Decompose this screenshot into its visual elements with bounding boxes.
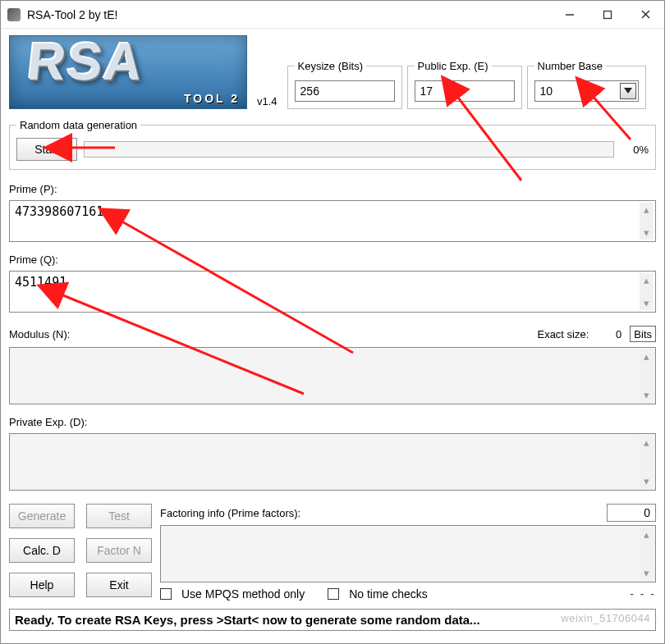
private-d-input[interactable] xyxy=(10,434,639,485)
app-logo: RSA TOOL 2 xyxy=(9,35,247,109)
status-text: Ready. To create RSA Keys, press >Start<… xyxy=(15,613,480,627)
keysize-group: Keysize (Bits) xyxy=(287,60,402,109)
use-mpqs-checkbox[interactable] xyxy=(160,588,172,600)
chevron-down-icon[interactable] xyxy=(620,83,636,99)
chevron-down-icon[interactable]: ▾ xyxy=(640,296,654,310)
factor-box: ▴ ▾ xyxy=(160,525,656,582)
pubexp-legend: Public Exp. (E) xyxy=(415,60,492,72)
svg-rect-1 xyxy=(604,11,612,18)
progress-percent: 0% xyxy=(621,144,649,156)
progress-bar xyxy=(84,141,614,158)
titlebar: RSA-Tool 2 by tE! xyxy=(1,1,664,29)
factor-header: Factoring info (Prime factors): xyxy=(160,504,656,522)
chevron-up-icon[interactable]: ▴ xyxy=(640,436,654,450)
modulus-box: ▴ ▾ xyxy=(9,347,656,404)
window-title: RSA-Tool 2 by tE! xyxy=(27,8,551,21)
numberbase-legend: Number Base xyxy=(534,60,606,72)
logo-subtext: TOOL 2 xyxy=(184,92,240,105)
modulus-label: Modulus (N): xyxy=(9,328,70,340)
modulus-input[interactable] xyxy=(10,348,639,399)
modulus-row: Modulus (N): Exact size: 0 Bits xyxy=(9,326,656,342)
numberbase-combo[interactable]: 10 xyxy=(534,80,639,102)
chevron-down-icon[interactable]: ▾ xyxy=(640,388,654,402)
scrollbar[interactable]: ▴ ▾ xyxy=(640,436,654,488)
numberbase-group: Number Base 10 xyxy=(527,60,646,109)
factor-column: Factoring info (Prime factors): ▴ ▾ Use … xyxy=(160,504,656,601)
bottom-panel: Generate Test Calc. D Factor N Help Exit… xyxy=(9,504,656,601)
version-label: v1.4 xyxy=(257,95,277,107)
prime-q-input[interactable] xyxy=(10,272,639,309)
factor-n-button[interactable]: Factor N xyxy=(86,538,152,563)
private-d-label: Private Exp. (D): xyxy=(9,416,656,428)
status-bar: Ready. To create RSA Keys, press >Start<… xyxy=(9,609,656,631)
watermark: weixin_51706044 xyxy=(561,612,650,624)
chevron-down-icon[interactable]: ▾ xyxy=(640,566,654,580)
factor-label: Factoring info (Prime factors): xyxy=(160,507,607,519)
pubexp-input[interactable] xyxy=(415,80,515,102)
use-mpqs-label: Use MPQS method only xyxy=(181,587,305,601)
random-group: Random data generation Start 0% xyxy=(9,119,656,170)
scrollbar[interactable]: ▴ ▾ xyxy=(640,203,654,240)
chevron-down-icon[interactable]: ▾ xyxy=(640,474,654,488)
numberbase-value: 10 xyxy=(540,84,553,98)
calc-d-button[interactable]: Calc. D xyxy=(9,538,75,563)
svg-marker-4 xyxy=(624,88,632,94)
dashes: - - - xyxy=(630,587,656,601)
private-d-box: ▴ ▾ xyxy=(9,433,656,491)
client-area: RSA TOOL 2 v1.4 Keysize (Bits) Public Ex… xyxy=(1,29,664,643)
prime-q-box: ▴ ▾ xyxy=(9,271,656,313)
top-row: RSA TOOL 2 v1.4 Keysize (Bits) Public Ex… xyxy=(9,35,656,109)
prime-q-label: Prime (Q): xyxy=(9,253,656,266)
button-column: Generate Test Calc. D Factor N Help Exit xyxy=(9,504,152,601)
pubexp-group: Public Exp. (E) xyxy=(407,60,522,109)
no-time-label: No time checks xyxy=(349,587,428,601)
prime-p-input[interactable] xyxy=(10,201,639,239)
chevron-down-icon[interactable]: ▾ xyxy=(640,226,654,240)
keysize-legend: Keysize (Bits) xyxy=(295,60,366,72)
app-icon xyxy=(7,8,21,21)
help-button[interactable]: Help xyxy=(9,573,75,597)
exact-size-value: 0 xyxy=(597,328,621,340)
chevron-up-icon[interactable]: ▴ xyxy=(640,273,654,287)
chevron-up-icon[interactable]: ▴ xyxy=(640,349,654,363)
logo-text: RSA xyxy=(25,35,147,92)
exact-size-label: Exact size: xyxy=(537,328,589,340)
generate-button[interactable]: Generate xyxy=(9,504,75,528)
random-legend: Random data generation xyxy=(16,119,140,131)
factor-output[interactable] xyxy=(161,526,639,577)
factor-count xyxy=(607,504,656,522)
window-controls xyxy=(551,1,664,28)
chevron-up-icon[interactable]: ▴ xyxy=(640,203,654,217)
checks-row: Use MPQS method only No time checks - - … xyxy=(160,587,656,601)
keysize-input[interactable] xyxy=(295,80,395,102)
app-window: RSA-Tool 2 by tE! RSA TOOL 2 v1.4 Keysiz… xyxy=(0,0,665,644)
prime-p-box: ▴ ▾ xyxy=(9,200,656,242)
exit-button[interactable]: Exit xyxy=(86,573,152,597)
scrollbar[interactable]: ▴ ▾ xyxy=(640,273,654,310)
bits-button[interactable]: Bits xyxy=(630,326,656,342)
prime-p-label: Prime (P): xyxy=(9,183,656,195)
scrollbar[interactable]: ▴ ▾ xyxy=(640,349,654,402)
scrollbar[interactable]: ▴ ▾ xyxy=(640,528,654,580)
minimize-button[interactable] xyxy=(551,1,589,28)
test-button[interactable]: Test xyxy=(86,504,152,528)
close-button[interactable] xyxy=(626,1,664,28)
chevron-up-icon[interactable]: ▴ xyxy=(640,528,654,541)
maximize-button[interactable] xyxy=(589,1,626,28)
start-button[interactable]: Start xyxy=(16,138,77,161)
no-time-checkbox[interactable] xyxy=(328,588,339,600)
